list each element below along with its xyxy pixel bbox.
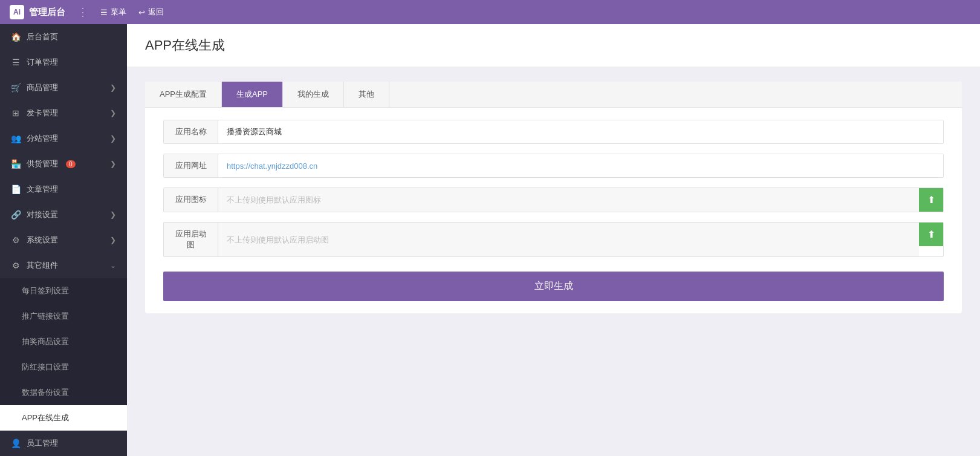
app-url-input[interactable] xyxy=(218,155,943,177)
app-icon-label: 应用图标 xyxy=(164,188,218,212)
home-icon: 🏠 xyxy=(11,32,21,42)
articles-icon: 📄 xyxy=(11,184,21,194)
chevron-right-icon: ❯ xyxy=(110,134,116,143)
app-splash-input[interactable] xyxy=(218,223,919,256)
sidebar-item-connect[interactable]: 🔗 对接设置 ❯ xyxy=(0,202,127,227)
sidebar-item-label: 数据备份设置 xyxy=(22,387,69,398)
form-body: 应用名称 应用网址 应用图标 ⬆ xyxy=(145,108,962,313)
cards-icon: ⊞ xyxy=(11,108,21,118)
tab-other[interactable]: 其他 xyxy=(344,82,389,107)
connect-icon: 🔗 xyxy=(11,210,21,220)
sidebar-item-label: 后台首页 xyxy=(27,31,58,42)
sidebar-item-app-generate[interactable]: APP在线生成 xyxy=(0,405,127,431)
main-card: APP生成配置 生成APP 我的生成 其他 应用名称 应用网址 xyxy=(145,82,962,313)
sidebar-item-label: 订单管理 xyxy=(27,57,58,68)
sidebar-item-branches[interactable]: 👥 分站管理 ❯ xyxy=(0,126,127,151)
sidebar-item-label: 每日签到设置 xyxy=(22,285,69,296)
sidebar-item-promo-links[interactable]: 推广链接设置 xyxy=(0,304,127,329)
menu-button[interactable]: ☰ 菜单 xyxy=(100,7,126,18)
orders-icon: ☰ xyxy=(11,57,21,67)
app-name-label: 应用名称 xyxy=(164,120,218,143)
branches-icon: 👥 xyxy=(11,134,21,143)
app-name-row: 应用名称 xyxy=(163,120,944,144)
sidebar-item-label: 供货管理 xyxy=(27,158,58,169)
sidebar-item-cards[interactable]: ⊞ 发卡管理 ❯ xyxy=(0,100,127,126)
content-area: APP在线生成 APP生成配置 生成APP 我的生成 其他 应用名称 xyxy=(127,24,980,456)
components-icon: ⚙ xyxy=(11,261,21,270)
chevron-right-icon: ❯ xyxy=(110,236,116,244)
system-icon: ⚙ xyxy=(11,235,21,245)
app-name-input[interactable] xyxy=(218,122,943,143)
sidebar-item-articles[interactable]: 📄 文章管理 xyxy=(0,177,127,202)
sidebar-item-lottery[interactable]: 抽奖商品设置 xyxy=(0,329,127,354)
sidebar-item-label: 系统设置 xyxy=(27,235,58,246)
logo: Ai 管理后台 xyxy=(10,5,65,19)
supply-badge: 0 xyxy=(66,160,76,168)
sidebar-item-label: 防红接口设置 xyxy=(22,362,69,373)
app-splash-row: 应用启动图 ⬆ xyxy=(163,222,944,257)
sidebar-item-dashboard[interactable]: 🏠 后台首页 xyxy=(0,24,127,50)
sidebar-item-anti-hotlink[interactable]: 防红接口设置 xyxy=(0,354,127,380)
sidebar-item-label: 推广链接设置 xyxy=(22,311,69,322)
menu-icon: ☰ xyxy=(100,8,108,17)
logo-text: 管理后台 xyxy=(29,7,65,18)
tab-config[interactable]: APP生成配置 xyxy=(145,82,222,107)
components-submenu: 每日签到设置 推广链接设置 抽奖商品设置 防红接口设置 数据备份设置 APP在线… xyxy=(0,278,127,431)
chevron-right-icon: ❯ xyxy=(110,210,116,219)
chevron-down-icon: ⌄ xyxy=(110,261,116,270)
staff-icon: 👤 xyxy=(11,438,21,448)
app-url-label: 应用网址 xyxy=(164,154,218,177)
page-title: APP在线生成 xyxy=(145,36,962,54)
sidebar-item-label: 抽奖商品设置 xyxy=(22,336,69,347)
app-icon-upload-button[interactable]: ⬆ xyxy=(919,188,943,212)
chevron-right-icon: ❯ xyxy=(110,109,116,117)
sidebar-item-label: 文章管理 xyxy=(27,184,58,195)
sidebar-item-system[interactable]: ⚙ 系统设置 ❯ xyxy=(0,227,127,253)
chevron-right-icon: ❯ xyxy=(110,83,116,92)
sidebar-item-supply[interactable]: 🏪 供货管理 0 ❯ xyxy=(0,151,127,177)
generate-button[interactable]: 立即生成 xyxy=(163,272,944,301)
upload-icon: ⬆ xyxy=(927,194,935,206)
tab-generate[interactable]: 生成APP xyxy=(222,82,283,107)
page-header: APP在线生成 xyxy=(127,24,980,67)
sidebar-item-label: 其它组件 xyxy=(27,260,58,271)
app-splash-label: 应用启动图 xyxy=(164,223,218,256)
back-label: 返回 xyxy=(148,7,164,18)
tab-my-generate[interactable]: 我的生成 xyxy=(283,82,344,107)
sidebar-item-backup[interactable]: 数据备份设置 xyxy=(0,380,127,405)
sidebar-item-label: 员工管理 xyxy=(27,438,58,449)
sidebar-item-orders[interactable]: ☰ 订单管理 xyxy=(0,50,127,75)
back-button[interactable]: ↩ 返回 xyxy=(138,7,164,18)
topbar: Ai 管理后台 ⋮ ☰ 菜单 ↩ 返回 xyxy=(0,0,980,24)
sidebar-item-daily-checkin[interactable]: 每日签到设置 xyxy=(0,278,127,304)
app-splash-upload-button[interactable]: ⬆ xyxy=(919,223,943,246)
sidebar-item-goods[interactable]: 🛒 商品管理 ❯ xyxy=(0,75,127,100)
supply-icon: 🏪 xyxy=(11,159,21,169)
sidebar-item-label: 商品管理 xyxy=(27,82,58,93)
main-layout: 🏠 后台首页 ☰ 订单管理 🛒 商品管理 ❯ ⊞ 发卡管理 ❯ 👥 分站管理 ❯… xyxy=(0,24,980,456)
topbar-divider: ⋮ xyxy=(77,5,88,19)
app-url-row: 应用网址 xyxy=(163,154,944,178)
sidebar-item-label: APP在线生成 xyxy=(22,412,69,423)
page-body: APP生成配置 生成APP 我的生成 其他 应用名称 应用网址 xyxy=(127,67,980,328)
sidebar-item-label: 发卡管理 xyxy=(27,108,58,119)
menu-label: 菜单 xyxy=(111,7,126,18)
sidebar-item-components[interactable]: ⚙ 其它组件 ⌄ xyxy=(0,253,127,278)
sidebar-item-staff[interactable]: 👤 员工管理 xyxy=(0,431,127,456)
sidebar-item-label: 对接设置 xyxy=(27,209,58,220)
sidebar: 🏠 后台首页 ☰ 订单管理 🛒 商品管理 ❯ ⊞ 发卡管理 ❯ 👥 分站管理 ❯… xyxy=(0,24,127,456)
tabs: APP生成配置 生成APP 我的生成 其他 xyxy=(145,82,962,108)
chevron-right-icon: ❯ xyxy=(110,160,116,168)
app-icon-input[interactable] xyxy=(218,188,919,212)
back-icon: ↩ xyxy=(138,8,145,17)
sidebar-item-label: 分站管理 xyxy=(27,133,58,144)
app-icon-row: 应用图标 ⬆ xyxy=(163,187,944,212)
goods-icon: 🛒 xyxy=(11,83,21,93)
logo-icon: Ai xyxy=(10,5,24,19)
upload-icon: ⬆ xyxy=(927,229,935,240)
